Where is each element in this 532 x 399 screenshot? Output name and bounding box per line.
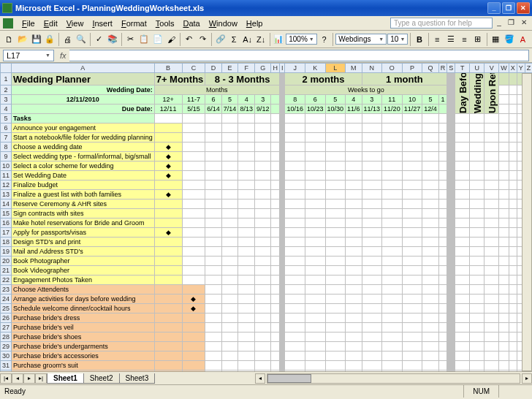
col-header-Z[interactable]: Z [525,64,532,73]
formula-input[interactable] [69,50,529,61]
row-header-20[interactable]: 20 [1,256,12,266]
spelling-button[interactable]: ✓ [93,32,106,47]
row-header-23[interactable]: 23 [1,285,12,294]
menu-help[interactable]: Help [242,18,267,29]
tab-nav-next[interactable]: ▸ [23,373,35,384]
col-header-I[interactable]: I [279,64,285,73]
col-header-P[interactable]: P [402,64,422,73]
close-button[interactable]: ✕ [517,2,530,14]
row-header-4[interactable]: 4 [1,104,12,114]
row-header-1[interactable]: 1 [1,73,12,86]
col-header-M[interactable]: M [346,64,362,73]
col-header-S[interactable]: S [447,64,455,73]
row-header-31[interactable]: 31 [1,361,12,370]
tab-nav-last[interactable]: ▸| [35,373,47,384]
col-header-J[interactable]: J [285,64,305,73]
horizontal-scrollbar[interactable] [267,373,520,384]
print-preview-button[interactable]: 🔍 [75,32,88,47]
row-header-13[interactable]: 13 [1,190,12,200]
row-header-22[interactable]: 22 [1,276,12,285]
tab-nav-prev[interactable]: ◂ [12,373,23,384]
col-header-B[interactable]: B [154,64,182,73]
row-header-19[interactable]: 19 [1,247,12,256]
col-header-U[interactable]: U [470,64,484,73]
menu-window[interactable]: Window [205,18,242,29]
open-button[interactable]: 📂 [17,32,30,47]
menu-tools[interactable]: Tools [151,18,179,29]
menu-view[interactable]: View [62,18,88,29]
vertical-scrollbar[interactable] [522,73,532,371]
menu-file[interactable]: File [18,18,39,29]
tab-nav-first[interactable]: |◂ [0,373,12,384]
restore-workbook-button[interactable]: ❐ [506,18,516,28]
minimize-button[interactable]: _ [487,2,501,14]
col-header-K[interactable]: K [305,64,325,73]
row-header-28[interactable]: 28 [1,332,12,342]
sheet-tab-sheet3[interactable]: Sheet3 [119,373,156,384]
row-header-5[interactable]: 5 [1,114,12,123]
col-header-W[interactable]: W [499,64,509,73]
row-header-21[interactable]: 21 [1,266,12,276]
help-button[interactable]: ? [318,32,331,47]
hyperlink-button[interactable]: 🔗 [214,32,227,47]
col-header-X[interactable]: X [509,64,517,73]
menu-format[interactable]: Format [117,18,151,29]
sheet-tab-sheet2[interactable]: Sheet2 [83,373,120,384]
bold-button[interactable]: B [413,32,426,47]
autosum-button[interactable]: Σ [227,32,240,47]
close-workbook-button[interactable]: ✕ [519,18,529,28]
copy-button[interactable]: 📋 [137,32,151,47]
redo-button[interactable]: ↷ [196,32,209,47]
row-header-12[interactable]: 12 [1,180,12,190]
align-right-button[interactable]: ≡ [458,32,471,47]
font-dropdown[interactable]: Webdings▼ [335,34,387,45]
zoom-dropdown[interactable]: 100%▼ [286,34,317,45]
format-painter-button[interactable]: 🖌 [164,32,178,47]
col-header-R[interactable]: R [438,64,447,73]
row-header-16[interactable]: 16 [1,218,12,228]
sort-asc-button[interactable]: A↓ [241,32,254,47]
col-header-O[interactable]: O [382,64,403,73]
fill-color-button[interactable]: 🪣 [503,32,516,47]
row-header-17[interactable]: 17 [1,228,12,238]
row-header-24[interactable]: 24 [1,294,12,304]
align-left-button[interactable]: ≡ [431,32,444,47]
menu-insert[interactable]: Insert [88,18,117,29]
print-button[interactable]: 🖨 [61,32,75,47]
worksheet-grid[interactable]: ABCDEFGHIJKLMNOPQRSTUVWXYZ1Wedding Plann… [0,63,532,371]
row-header-11[interactable]: 11 [1,171,12,180]
minimize-workbook-button[interactable]: _ [494,18,504,28]
row-header-8[interactable]: 8 [1,142,12,152]
name-box[interactable]: L17▼ [3,50,54,61]
font-color-button[interactable]: A [517,32,530,47]
menu-edit[interactable]: Edit [39,18,62,29]
col-header-V[interactable]: V [484,64,499,73]
row-header-10[interactable]: 10 [1,162,12,171]
row-header-25[interactable]: 25 [1,304,12,314]
row-header-3[interactable]: 3 [1,95,12,104]
row-header-7[interactable]: 7 [1,133,12,142]
sheet-tab-sheet1[interactable]: Sheet1 [47,373,84,384]
col-header-H[interactable]: H [271,64,280,73]
row-header-15[interactable]: 15 [1,209,12,218]
research-button[interactable]: 📚 [106,32,119,47]
row-header-9[interactable]: 9 [1,152,12,162]
col-header-A[interactable]: A [12,64,155,73]
font-size-dropdown[interactable]: 10▼ [387,34,408,45]
col-header-E[interactable]: E [221,64,238,73]
row-header-18[interactable]: 18 [1,238,12,247]
col-header-F[interactable]: F [238,64,255,73]
hscroll-left[interactable]: ◂ [255,373,265,384]
help-question-input[interactable]: Type a question for help [390,18,493,28]
chart-button[interactable]: 📊 [273,32,286,47]
fx-button[interactable]: fx [57,51,69,60]
row-header-30[interactable]: 30 [1,352,12,361]
col-header-G[interactable]: G [254,64,271,73]
save-button[interactable]: 💾 [30,32,43,47]
row-header-14[interactable]: 14 [1,200,12,209]
row-header-6[interactable]: 6 [1,123,12,133]
row-header-26[interactable]: 26 [1,314,12,323]
hscroll-right[interactable]: ▸ [522,373,532,384]
paste-button[interactable]: 📄 [151,32,164,47]
menu-data[interactable]: Data [178,18,204,29]
